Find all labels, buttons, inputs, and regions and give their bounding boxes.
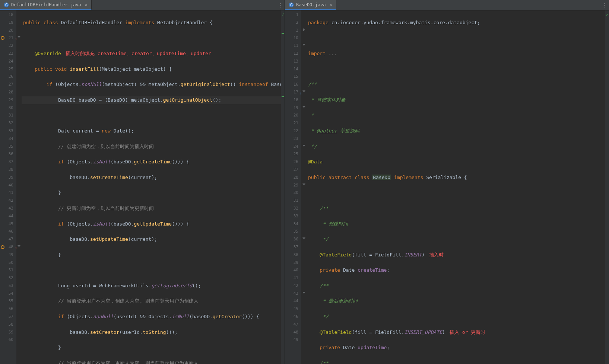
line-30[interactable]: // 更新时间为空，则以当前时间为更新时间 xyxy=(22,205,285,213)
r-line-21[interactable]: */ xyxy=(307,236,609,243)
gutter-left: 18 19 20 21↑ 22 23 24 25 26 27 28 29 30 … xyxy=(0,10,16,364)
java-class-icon: C xyxy=(289,2,294,7)
line-39[interactable]: } xyxy=(22,344,285,352)
r-line-28[interactable]: private Date updateTime; xyxy=(307,344,609,352)
line-36[interactable]: // 当前登录用户不为空，创建人为空, 则当前登录用户为创建人 xyxy=(22,297,285,305)
r-line-15[interactable]: */ xyxy=(307,143,609,151)
code-left[interactable]: public class DefaultDBFieldHandler imple… xyxy=(22,10,285,364)
r-line-27[interactable]: @TableField(fill = FieldFill.INSERT_UPDA… xyxy=(307,329,609,336)
line-29[interactable]: } xyxy=(22,189,285,197)
line-20[interactable]: @Override插入时的填充 createTime、creator、updat… xyxy=(22,50,285,58)
line-34[interactable] xyxy=(22,266,285,274)
r-line-26[interactable]: */ xyxy=(307,313,609,321)
close-icon[interactable]: × xyxy=(85,2,88,7)
r-line-23[interactable]: private Date createTime; xyxy=(307,266,609,274)
line-25[interactable]: Date current = new Date(); xyxy=(22,127,285,135)
line-31[interactable]: if (Objects.isNull(baseDO.getUpdateTime(… xyxy=(22,220,285,228)
line-22[interactable]: if (Objects.nonNull(metaObject) && metaO… xyxy=(22,81,285,89)
inspection-ok-icon[interactable]: ✓ xyxy=(606,12,609,17)
java-class-icon: C xyxy=(4,2,9,7)
line-33[interactable]: } xyxy=(22,251,285,259)
editor-right[interactable]: 123 101112 131415 16 17⬇ 181920 212223 2… xyxy=(285,10,609,364)
r-line-14[interactable]: * @author 芋道源码 xyxy=(307,127,609,135)
override-gutter-icon[interactable] xyxy=(1,245,4,249)
editor-left[interactable]: 18 19 20 21↑ 22 23 24 25 26 27 28 29 30 … xyxy=(0,10,285,364)
r-line-22[interactable]: @TableField(fill = FieldFill.INSERT)插入时 xyxy=(307,251,609,259)
line-28[interactable]: baseDO.setCreateTime(current); xyxy=(22,174,285,182)
fold-column-left xyxy=(16,10,22,364)
tab-default-db-field-handler[interactable]: C DefaultDBFieldHandler.java × xyxy=(0,0,92,10)
r-line-19[interactable]: /** xyxy=(307,205,609,213)
r-line-16[interactable]: @Data xyxy=(307,158,609,166)
r-line-12[interactable]: * 基础实体对象 xyxy=(307,96,609,104)
callout-insert: 插入时的填充 createTime、creator、updateTime、upd… xyxy=(66,51,211,56)
line-21[interactable]: public void insertFill(MetaObject metaOb… xyxy=(22,66,285,73)
r-line-13[interactable]: * xyxy=(307,112,609,119)
code-right[interactable]: package cn.iocoder.yudao.framework.mybat… xyxy=(307,10,609,364)
tab-bar-more-icon[interactable]: ⋮ xyxy=(276,0,285,10)
editor-pane-left: C DefaultDBFieldHandler.java × ⋮ 18 19 2… xyxy=(0,0,285,364)
svg-text:C: C xyxy=(290,3,293,7)
tab-bar-more-icon[interactable]: ⋮ xyxy=(600,0,609,10)
r-line-24[interactable]: /** xyxy=(307,282,609,290)
editor-pane-right: C BaseDO.java × ⋮ 123 101112 131415 16 1… xyxy=(285,0,609,364)
line-26[interactable]: // 创建时间为空，则以当前时间为插入时间 xyxy=(22,143,285,151)
r-line-25[interactable]: * 最后更新时间 xyxy=(307,297,609,305)
r-line-10[interactable] xyxy=(307,66,609,73)
marker-strip-right[interactable]: ✓ xyxy=(605,10,609,364)
override-gutter-icon[interactable] xyxy=(1,36,4,40)
close-icon[interactable]: × xyxy=(329,2,332,7)
r-line-1[interactable]: package cn.iocoder.yudao.framework.mybat… xyxy=(307,19,609,27)
line-35[interactable]: Long userId = WebFrameworkUtils.getLogin… xyxy=(22,282,285,290)
r-line-18[interactable] xyxy=(307,189,609,197)
r-line-2[interactable] xyxy=(307,34,609,42)
line-23[interactable]: BaseDO baseDO = (BaseDO) metaObject.getO… xyxy=(22,96,285,104)
fold-column-right xyxy=(301,10,307,364)
tab-bar-right: C BaseDO.java × ⋮ xyxy=(285,0,609,10)
r-line-29[interactable]: /** xyxy=(307,360,609,364)
line-27[interactable]: if (Objects.isNull(baseDO.getCreateTime(… xyxy=(22,158,285,166)
line-38[interactable]: baseDO.setCreator(userId.toString()); xyxy=(22,329,285,336)
tab-filename: DefaultDBFieldHandler.java xyxy=(11,2,81,7)
callout-insert-only: 插入时 xyxy=(429,252,444,258)
tab-bar-left: C DefaultDBFieldHandler.java × ⋮ xyxy=(0,0,285,10)
r-line-20[interactable]: * 创建时间 xyxy=(307,220,609,228)
line-18[interactable]: public class DefaultDBFieldHandler imple… xyxy=(22,19,285,27)
line-19[interactable] xyxy=(22,34,285,42)
r-line-11[interactable]: /** xyxy=(307,81,609,89)
r-line-17[interactable]: public abstract class BaseDO implements … xyxy=(307,174,609,182)
line-24[interactable] xyxy=(22,112,285,119)
inspection-ok-icon[interactable]: ✓ xyxy=(282,12,284,17)
marker-strip-left[interactable]: ✓ xyxy=(281,10,285,364)
r-line-3[interactable]: import ... xyxy=(307,50,609,58)
line-40[interactable]: // 当前登录用户不为空，更新人为空, 则当前登录用户为更新人 xyxy=(22,360,285,364)
line-37[interactable]: if (Objects.nonNull(userId) && Objects.i… xyxy=(22,313,285,321)
tab-filename: BaseDO.java xyxy=(296,2,326,7)
line-32[interactable]: baseDO.setUpdateTime(current); xyxy=(22,236,285,243)
gutter-right: 123 101112 131415 16 17⬇ 181920 212223 2… xyxy=(285,10,301,364)
tab-base-do[interactable]: C BaseDO.java × xyxy=(285,0,336,10)
svg-text:C: C xyxy=(5,3,8,7)
callout-insert-update: 插入 or 更新时 xyxy=(450,329,485,335)
